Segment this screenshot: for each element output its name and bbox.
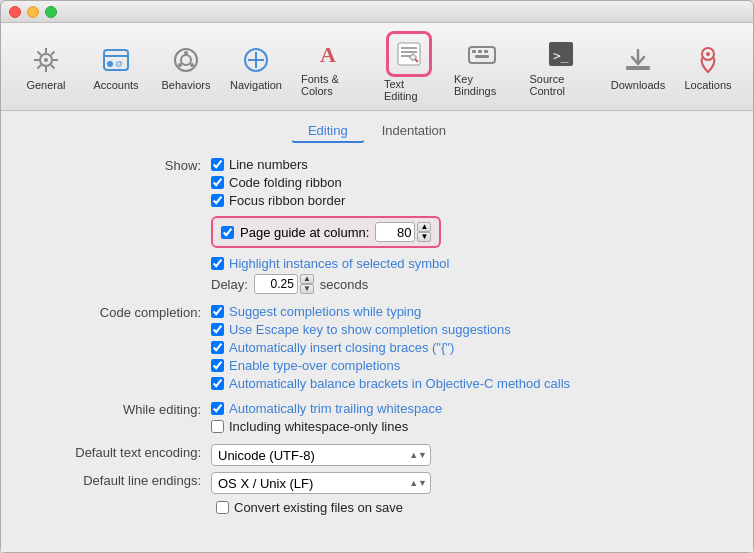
toolbar-item-general[interactable]: General (11, 38, 81, 95)
accounts-icon: @ (98, 42, 134, 78)
svg-rect-33 (475, 55, 489, 58)
type-over-label: Enable type-over completions (229, 358, 400, 373)
stepper-down-button[interactable]: ▼ (417, 232, 431, 242)
toolbar-item-downloads[interactable]: Downloads (603, 38, 673, 95)
suggest-checkbox[interactable] (211, 305, 224, 318)
highlight-checkbox[interactable] (211, 257, 224, 270)
svg-text:>_: >_ (553, 48, 569, 63)
show-section: Show: Line numbers Code folding ribbon F… (31, 157, 723, 208)
code-completion-controls: Suggest completions while typing Use Esc… (211, 304, 570, 391)
balance-brackets-checkbox[interactable] (211, 377, 224, 390)
toolbar-item-accounts[interactable]: @ Accounts (81, 38, 151, 95)
general-icon (28, 42, 64, 78)
svg-line-7 (51, 65, 55, 69)
delay-stepper-buttons: ▲ ▼ (300, 274, 314, 294)
svg-line-9 (38, 65, 42, 69)
delay-row: Delay: ▲ ▼ seconds (211, 274, 449, 294)
delay-stepper-up[interactable]: ▲ (300, 274, 314, 284)
trim-whitespace-checkbox[interactable] (211, 402, 224, 415)
traffic-lights (9, 6, 57, 18)
line-endings-section: Default line endings: OS X / Unix (LF) C… (31, 472, 723, 494)
while-editing-controls: Automatically trim trailing whitespace I… (211, 401, 442, 434)
svg-line-8 (51, 52, 55, 56)
svg-rect-30 (472, 50, 476, 53)
close-button[interactable] (9, 6, 21, 18)
focus-ribbon-label: Focus ribbon border (229, 193, 345, 208)
encoding-select[interactable]: Unicode (UTF-8) UTF-16 ISO Latin 1 Mac R… (211, 444, 431, 466)
svg-line-6 (38, 52, 42, 56)
show-label: Show: (31, 157, 211, 173)
delay-label: Delay: (211, 277, 248, 292)
line-endings-select-wrapper: OS X / Unix (LF) Classic Mac (CR) Window… (211, 472, 431, 494)
whitespace-only-row: Including whitespace-only lines (211, 419, 442, 434)
balance-brackets-label: Automatically balance brackets in Object… (229, 376, 570, 391)
keybindings-icon (464, 36, 500, 72)
type-over-checkbox[interactable] (211, 359, 224, 372)
focus-ribbon-row: Focus ribbon border (211, 193, 345, 208)
toolbar-label-fonts: Fonts & Colors (301, 73, 364, 97)
code-completion-label: Code completion: (31, 304, 211, 320)
locations-icon (690, 42, 726, 78)
tabs-bar: Editing Indentation (1, 111, 753, 147)
convert-existing-checkbox[interactable] (216, 501, 229, 514)
highlight-label: Highlight instances of selected symbol (229, 256, 449, 271)
escape-row: Use Escape key to show completion sugges… (211, 322, 570, 337)
page-guide-label: Page guide at column: (240, 225, 369, 240)
type-over-row: Enable type-over completions (211, 358, 570, 373)
escape-label: Use Escape key to show completion sugges… (229, 322, 511, 337)
delay-input[interactable] (254, 274, 298, 294)
line-numbers-row: Line numbers (211, 157, 345, 172)
toolbar-label-behaviors: Behaviors (162, 79, 211, 91)
toolbar-item-locations[interactable]: Locations (673, 38, 743, 95)
delay-stepper: ▲ ▼ (254, 274, 314, 294)
line-numbers-checkbox[interactable] (211, 158, 224, 171)
balance-brackets-row: Automatically balance brackets in Object… (211, 376, 570, 391)
code-folding-row: Code folding ribbon (211, 175, 345, 190)
tab-indentation[interactable]: Indentation (365, 119, 463, 143)
code-completion-section: Code completion: Suggest completions whi… (31, 304, 723, 391)
focus-ribbon-checkbox[interactable] (211, 194, 224, 207)
page-guide-checkbox[interactable] (221, 226, 234, 239)
closing-braces-label: Automatically insert closing braces ("{"… (229, 340, 454, 355)
minimize-button[interactable] (27, 6, 39, 18)
encoding-label: Default text encoding: (31, 444, 211, 460)
toolbar-label-sourcecontrol: Source Control (530, 73, 593, 97)
stepper-up-button[interactable]: ▲ (417, 222, 431, 232)
toolbar-item-behaviors[interactable]: Behaviors (151, 38, 221, 95)
stepper-buttons: ▲ ▼ (417, 222, 431, 242)
toolbar-label-general: General (26, 79, 65, 91)
behaviors-icon (168, 42, 204, 78)
page-guide-section: Page guide at column: ▲ ▼ (31, 214, 723, 250)
whitespace-only-checkbox[interactable] (211, 420, 224, 433)
line-numbers-label: Line numbers (229, 157, 308, 172)
code-folding-label: Code folding ribbon (229, 175, 342, 190)
page-guide-highlight: Page guide at column: ▲ ▼ (211, 216, 441, 248)
toolbar-item-textediting[interactable]: Text Editing (374, 27, 444, 106)
highlight-controls: Highlight instances of selected symbol D… (211, 256, 449, 294)
closing-braces-checkbox[interactable] (211, 341, 224, 354)
svg-point-1 (44, 58, 48, 62)
toolbar-item-fonts[interactable]: A Fonts & Colors (291, 32, 374, 101)
toolbar-item-navigation[interactable]: Navigation (221, 38, 291, 95)
highlight-spacer (31, 256, 211, 257)
toolbar-item-keybindings[interactable]: Key Bindings (444, 32, 520, 101)
escape-checkbox[interactable] (211, 323, 224, 336)
toolbar-label-navigation: Navigation (230, 79, 282, 91)
fonts-icon: A (314, 36, 350, 72)
encoding-select-wrapper: Unicode (UTF-8) UTF-16 ISO Latin 1 Mac R… (211, 444, 431, 466)
highlight-row: Highlight instances of selected symbol (211, 256, 449, 271)
tab-editing[interactable]: Editing (291, 119, 365, 143)
toolbar: General @ Accounts (1, 23, 753, 111)
code-folding-checkbox[interactable] (211, 176, 224, 189)
svg-rect-36 (626, 66, 650, 70)
maximize-button[interactable] (45, 6, 57, 18)
toolbar-item-sourcecontrol[interactable]: >_ Source Control (520, 32, 603, 101)
svg-point-12 (107, 61, 113, 67)
toolbar-label-accounts: Accounts (93, 79, 138, 91)
toolbar-label-keybindings: Key Bindings (454, 73, 510, 97)
line-endings-select[interactable]: OS X / Unix (LF) Classic Mac (CR) Window… (211, 472, 431, 494)
page-guide-input[interactable] (375, 222, 415, 242)
delay-stepper-down[interactable]: ▼ (300, 284, 314, 294)
suggest-row: Suggest completions while typing (211, 304, 570, 319)
preferences-window: General @ Accounts (0, 0, 754, 553)
